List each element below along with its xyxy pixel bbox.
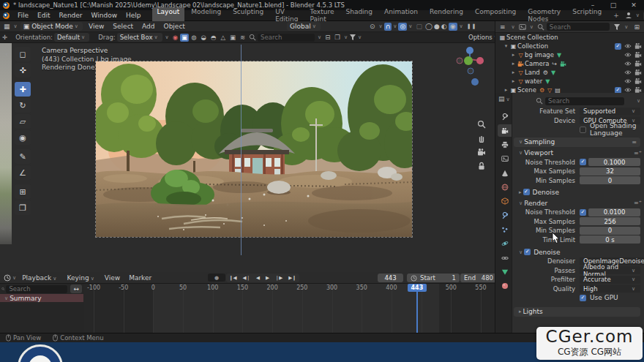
menu-add[interactable]: Add: [138, 23, 159, 30]
lock-view-icon[interactable]: [477, 162, 486, 170]
auto-key-button[interactable]: ●: [208, 274, 225, 282]
outliner-row-camera[interactable]: ▸ Camera ↪: [495, 59, 644, 68]
playhead-frame-badge[interactable]: 443: [408, 284, 427, 292]
properties-editor-icon[interactable]: ▤∨: [498, 95, 512, 102]
properties-tab-object-data[interactable]: [498, 265, 512, 278]
lights-panel-header[interactable]: ▸ Lights: [514, 307, 640, 317]
transform-orientation-dropdown[interactable]: Global∨: [287, 22, 321, 31]
tool-duplicate[interactable]: ❐: [15, 200, 31, 215]
close-button[interactable]: ✕: [624, 1, 644, 9]
outliner-row-water[interactable]: ▸ ▽ water ▼: [495, 77, 644, 86]
menu-help[interactable]: Help: [121, 12, 146, 19]
camera-toggle-icon[interactable]: [477, 148, 486, 157]
timeline-search-input[interactable]: [6, 285, 67, 293]
vp-min-samples-value[interactable]: 0: [580, 176, 640, 184]
camera-view[interactable]: [95, 61, 413, 238]
viewport-subpanel-header[interactable]: ∨ Viewport ≡⁺: [512, 148, 642, 158]
osl-checkbox[interactable]: [580, 127, 586, 133]
rn-max-samples-value[interactable]: 256: [580, 217, 640, 225]
mode-globe-icon[interactable]: ◍: [191, 34, 196, 41]
mode-person-icon[interactable]: ◒: [201, 34, 206, 41]
outliner-row-scene[interactable]: ▸ ▣ Scene ⚙ ▽ ▤ ✓: [495, 86, 644, 93]
shading-rendered-icon[interactable]: ◉: [449, 23, 457, 31]
vp-noise-threshold-value[interactable]: 0.1000: [588, 158, 640, 166]
playback-next-keyframe[interactable]: ❘▶: [272, 274, 285, 282]
mode-world-icon[interactable]: ◓: [211, 34, 216, 41]
properties-tab-particles[interactable]: [498, 223, 512, 235]
properties-tab-modifiers[interactable]: [498, 209, 512, 222]
viewport-search-input[interactable]: [258, 34, 315, 42]
properties-tab-output[interactable]: [498, 139, 512, 151]
orientation-dropdown[interactable]: Default∨: [54, 33, 89, 42]
playback-jump-to-end[interactable]: ▶❙: [285, 274, 299, 282]
menu-object[interactable]: Object: [160, 23, 190, 30]
playback-prev-keyframe[interactable]: ◀❘: [239, 274, 252, 282]
navigation-gizmo[interactable]: [454, 45, 486, 77]
preset-icon[interactable]: ≡⁺: [634, 200, 642, 206]
feature-set-dropdown[interactable]: Supported∨: [580, 108, 640, 116]
render-subpanel-header[interactable]: ∨ Render ≡⁺: [512, 198, 642, 208]
outliner-row-bg-image[interactable]: ▸ ▽ bg image ▼: [495, 50, 644, 59]
vp-denoise-toggle[interactable]: ▸ ✓ Denoise: [512, 187, 642, 197]
disable-render-icon[interactable]: [634, 51, 642, 59]
menu-file[interactable]: File: [13, 12, 33, 19]
zoom-icon[interactable]: [477, 120, 486, 129]
tool-rotate[interactable]: ↻: [15, 98, 31, 113]
mode-extra2-icon[interactable]: ▣: [230, 34, 236, 41]
properties-search-input[interactable]: [545, 97, 624, 105]
frame-start-field[interactable]: Start 1: [407, 274, 460, 282]
filter-icon[interactable]: [349, 34, 356, 41]
menu-marker[interactable]: Marker: [124, 274, 156, 282]
properties-tab-tool[interactable]: [498, 110, 512, 123]
rn-noise-threshold-value[interactable]: 0.0100: [588, 208, 640, 216]
editor-type-icon[interactable]: ▦: [4, 23, 10, 30]
camera-view-dot[interactable]: [471, 78, 479, 86]
menu-window[interactable]: Window: [87, 12, 122, 19]
tool-measure[interactable]: ∠: [15, 165, 31, 180]
vp-max-samples-value[interactable]: 32: [580, 167, 640, 176]
tool-cursor[interactable]: ✜: [15, 63, 31, 78]
shading-wireframe-icon[interactable]: ◯: [425, 23, 433, 30]
menu-playback[interactable]: Playback∨: [18, 274, 62, 282]
timeline-editor-icon[interactable]: [4, 274, 11, 282]
mode-dropdown[interactable]: ▣Object Mode ∨: [20, 22, 83, 31]
disable-render-icon[interactable]: [634, 60, 642, 67]
outliner-display-mode-icon[interactable]: ≡: [500, 23, 506, 31]
add-workspace-button[interactable]: +: [608, 11, 624, 20]
tool-transform[interactable]: ◉: [15, 130, 31, 145]
properties-tab-scene[interactable]: [498, 167, 512, 179]
quality-dropdown[interactable]: High∨: [580, 284, 640, 293]
properties-tab-physics[interactable]: [498, 238, 512, 250]
vp-denoise-checkbox[interactable]: ✓: [523, 189, 530, 195]
menu-keying[interactable]: Keying∨: [62, 274, 100, 282]
prefilter-dropdown[interactable]: Accurate∨: [580, 276, 640, 284]
collection-checkbox[interactable]: ✓: [615, 43, 621, 50]
preset-icon[interactable]: ≡⁺: [634, 150, 642, 157]
collapse-region-icon[interactable]: ‹: [5, 50, 8, 58]
properties-tab-render[interactable]: [498, 124, 512, 137]
colorwheel-icon[interactable]: ◉: [173, 34, 178, 41]
properties-tab-view-layer[interactable]: [498, 153, 512, 165]
disable-render-icon[interactable]: [634, 86, 642, 93]
menu-render[interactable]: Render: [55, 12, 87, 19]
menu-edit[interactable]: Edit: [33, 12, 54, 19]
collection-checkbox[interactable]: ✓: [615, 87, 621, 94]
new-collection-icon[interactable]: ⊞: [634, 23, 640, 31]
hide-eye-icon[interactable]: [624, 51, 632, 59]
drag-dropdown[interactable]: Select Box∨: [117, 33, 162, 42]
pivot-point-icon[interactable]: ⊙: [370, 23, 375, 30]
rn-time-limit-value[interactable]: 0 s: [580, 235, 640, 244]
tool-annotate[interactable]: ✎: [15, 149, 31, 164]
menu-view[interactable]: View: [84, 23, 108, 30]
disable-render-icon[interactable]: [634, 78, 642, 85]
hide-eye-icon[interactable]: [624, 86, 632, 93]
proportional-editing-icon[interactable]: ◎: [398, 23, 407, 31]
tool-add-cube[interactable]: ⊞: [15, 184, 31, 199]
tool-scale[interactable]: ▱: [15, 114, 31, 129]
properties-tab-object[interactable]: [498, 195, 512, 208]
mode-extra3-icon[interactable]: ≋: [240, 34, 245, 41]
viewport-canvas[interactable]: ‹ ◻✜✚↻▱◉✎∠⊞❐ Camera Perspective (443) Co…: [0, 43, 495, 272]
shading-material-icon[interactable]: ◐: [441, 23, 447, 30]
playback-play-reverse[interactable]: ◀: [253, 274, 263, 282]
hide-eye-icon[interactable]: [624, 69, 632, 76]
